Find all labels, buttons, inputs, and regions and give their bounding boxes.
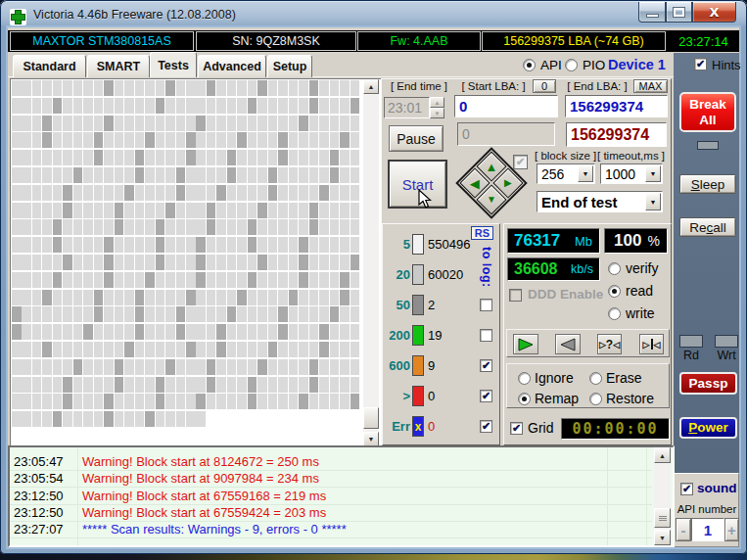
grid-scrollbar[interactable]: ▲ ▼ [363, 79, 379, 446]
app-window: Victoria 4.46b Freeware (12.08.2008) X M… [0, 0, 747, 554]
end-lba-input[interactable]: 156299374 [565, 95, 668, 117]
legend-block-5 [412, 234, 424, 255]
drive-firmware: Fw: 4.AAB [357, 31, 481, 51]
log-row-time: 23:12:50 [14, 505, 76, 520]
end-time-label: [ End time ] [387, 80, 451, 92]
close-button[interactable]: X [692, 2, 736, 23]
sound-checkbox[interactable]: ✔ [680, 483, 693, 495]
log-200-checkbox[interactable] [480, 329, 492, 342]
verify-label: verify [626, 260, 658, 276]
block-size-dropdown-icon[interactable]: ▼ [578, 165, 593, 182]
power-button[interactable]: Power [679, 417, 737, 439]
seek-test-button[interactable]: ▷?◁ [597, 334, 622, 354]
erase-radio[interactable] [589, 372, 602, 385]
tab-tests[interactable]: Tests [150, 52, 197, 77]
verify-radio[interactable] [608, 262, 621, 275]
log-50-checkbox[interactable] [480, 299, 492, 311]
ddd-enable-label: DDD Enable [528, 287, 603, 302]
ignore-radio[interactable] [518, 372, 531, 385]
write-label: write [626, 305, 655, 321]
end-time-field[interactable]: 23:01 [384, 97, 430, 118]
edge-bar-icon [651, 339, 653, 350]
seek-pad-checkbox[interactable]: ✔ [513, 155, 528, 169]
max-button[interactable]: MAX [633, 79, 668, 93]
api-radio[interactable] [523, 59, 536, 71]
end-of-test-select[interactable]: End of test▼ [537, 191, 663, 212]
log-scroll-thumb[interactable] [654, 508, 671, 528]
log-scroll-down-icon[interactable]: ▼ [654, 530, 671, 545]
mb-value: 76317 [514, 231, 560, 251]
start-lba-zero-button[interactable]: 0 [533, 79, 556, 93]
log-row-message: Warning! Block start at 67559424 = 203 m… [82, 505, 326, 520]
log-600-checkbox[interactable]: ✔ [480, 359, 492, 372]
read-activity-led [679, 335, 703, 348]
write-led-label: Wrt [715, 349, 738, 362]
api-number-value: 1 [691, 518, 724, 541]
scan-backward-button[interactable] [555, 334, 581, 354]
grid-scroll-down-icon[interactable]: ▼ [363, 432, 379, 446]
maximize-button[interactable] [666, 2, 692, 23]
end-lba-label: [ End LBA: ] [564, 80, 630, 92]
legend-block-err: x [412, 416, 424, 437]
scan-grid-cells [11, 79, 381, 446]
pio-label: PIO [583, 58, 605, 72]
end-time-spin-up-icon[interactable]: ▲ [430, 97, 444, 108]
pause-button[interactable]: Pause [389, 125, 444, 152]
tab-advanced[interactable]: Advanced [198, 55, 266, 77]
restore-radio[interactable] [589, 393, 602, 405]
legend-block-200 [412, 325, 424, 346]
block-size-value: 256 [541, 166, 564, 182]
mb-display: 76317 Mb [507, 228, 600, 254]
hints-checkbox[interactable]: ✔ [694, 58, 707, 70]
tab-standard[interactable]: Standard [13, 55, 86, 77]
log-scroll-up-icon[interactable]: ▲ [654, 447, 671, 463]
rs-button[interactable]: RS [471, 226, 493, 240]
remap-radio[interactable] [518, 393, 531, 405]
seek-test-right-icon: ▷ [599, 340, 606, 350]
end-time-spin-down-icon[interactable]: ▼ [430, 108, 444, 118]
minimize-button[interactable] [638, 2, 666, 23]
tab-setup[interactable]: Setup [267, 55, 312, 77]
log-gt-checkbox[interactable]: ✔ [480, 390, 492, 402]
read-radio[interactable] [608, 285, 621, 298]
legend-label-20: 20 [386, 267, 410, 282]
write-radio[interactable] [608, 307, 621, 320]
erase-label: Erase [606, 370, 642, 386]
log-grid-line [10, 487, 652, 488]
tab-smart[interactable]: SMART [87, 55, 150, 77]
defect-action-panel: Ignore Erase Remap Restore [506, 363, 670, 408]
log-column-separator [77, 447, 78, 545]
timeout-dropdown-icon[interactable]: ▼ [645, 165, 661, 182]
edge-right-icon: ▷ [643, 340, 650, 350]
timeout-select[interactable]: 1000▼ [600, 163, 663, 184]
legend-count-600: 9 [428, 358, 435, 373]
sleep-button[interactable]: Sleep [679, 174, 736, 194]
recall-button[interactable]: Recall [679, 217, 736, 237]
end-of-test-dropdown-icon[interactable]: ▼ [645, 193, 661, 210]
minimize-icon [646, 14, 659, 18]
grid-scroll-thumb[interactable] [363, 407, 379, 429]
pio-radio[interactable] [565, 59, 578, 71]
scan-forward-button[interactable] [513, 334, 538, 354]
api-number-minus-button[interactable]: - [676, 518, 691, 541]
passp-button[interactable]: Passp [679, 372, 737, 395]
legend-label-err: Err [386, 419, 410, 434]
log-err-checkbox[interactable]: ✔ [480, 420, 492, 433]
start-lba-input[interactable]: 0 [454, 95, 558, 117]
ddd-enable-checkbox[interactable] [509, 289, 522, 302]
edge-seek-button[interactable]: ▷◁ [639, 334, 664, 354]
read-label: read [626, 283, 653, 299]
log-scrollbar[interactable]: ▲ ▼ [654, 447, 671, 545]
read-led-label: Rd [679, 349, 703, 362]
block-size-select[interactable]: 256▼ [537, 163, 595, 184]
grid-scroll-up-icon[interactable]: ▲ [363, 79, 379, 94]
device-label[interactable]: Device 1 [608, 57, 666, 72]
grid-label: Grid [528, 420, 553, 436]
log-grid-line [10, 537, 652, 538]
break-all-button[interactable]: BreakAll [679, 92, 736, 132]
percent-unit: % [648, 233, 660, 249]
api-number-plus-button[interactable]: + [724, 518, 739, 541]
log-column-separator-3 [646, 447, 647, 545]
media-button-bar: ▷?◁ ▷◁ [506, 329, 670, 357]
grid-checkbox[interactable]: ✔ [510, 422, 523, 435]
